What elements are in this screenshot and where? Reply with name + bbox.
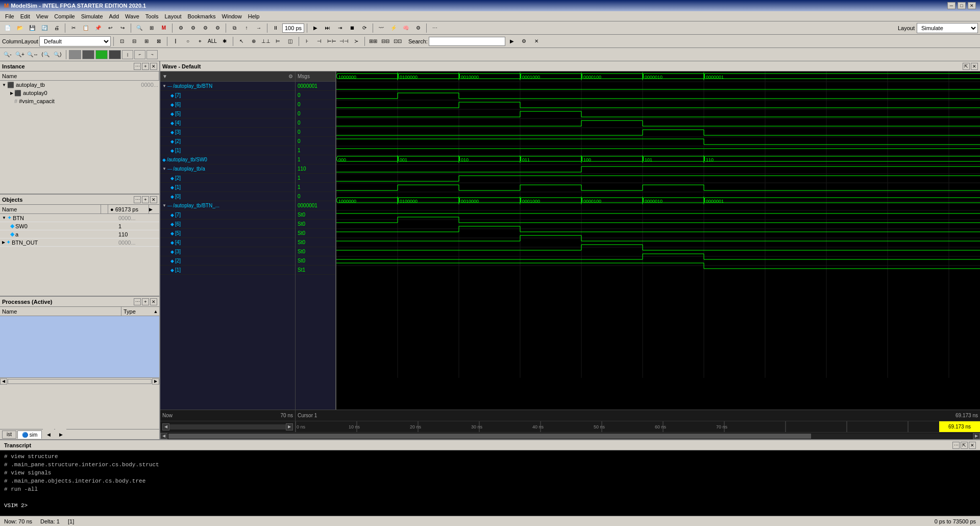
stop-btn[interactable]: ⏹: [347, 22, 358, 34]
menu-bookmarks[interactable]: Bookmarks: [185, 12, 219, 20]
signal-row-out-7[interactable]: ◆ [7]: [160, 210, 295, 220]
menu-view[interactable]: View: [33, 12, 52, 20]
select-btn[interactable]: ↖: [236, 36, 247, 47]
menu-layout[interactable]: Layout: [162, 12, 185, 20]
instance-item-autoplay0[interactable]: ▶ ⬛ autoplay0: [0, 89, 159, 97]
paste-btn[interactable]: 📌: [92, 22, 104, 34]
zoom-next-btn[interactable]: 🔍⟩: [52, 49, 63, 60]
transcript-dotdot-btn[interactable]: ⋯: [952, 442, 960, 449]
menu-edit[interactable]: Edit: [17, 12, 33, 20]
instance-item-vsim[interactable]: ▶ # #vsim_capacit: [0, 97, 159, 105]
transcript-content[interactable]: # view structure # .main_pane.structure.…: [0, 450, 980, 516]
copy-btn[interactable]: 📋: [80, 22, 91, 34]
cursor-mode-btn[interactable]: I: [170, 36, 181, 47]
processes-close-btn[interactable]: ✕: [150, 298, 157, 305]
proc-scroll-right[interactable]: ▶: [152, 378, 159, 385]
fwd-btn[interactable]: →: [253, 22, 264, 34]
close-button[interactable]: ✕: [968, 2, 976, 9]
titlebar-controls[interactable]: ─ □ ✕: [947, 2, 976, 9]
processes-dotdot-btn[interactable]: ⋯: [134, 298, 141, 305]
edge-btn1[interactable]: ⊦: [302, 36, 313, 47]
sim4-btn[interactable]: ⚙: [212, 22, 223, 34]
instance-dotdot-btn[interactable]: ⋯: [134, 63, 141, 70]
instance-add-btn[interactable]: +: [142, 63, 149, 70]
zoom-in-btn[interactable]: 🔍+: [14, 49, 26, 60]
edge-btn5[interactable]: ≻: [351, 36, 362, 47]
objects-dotdot-btn[interactable]: ⋯: [134, 196, 141, 203]
processes-hscroll[interactable]: ◀ ▶: [0, 377, 159, 385]
copy2-btn[interactable]: ⧉: [229, 22, 240, 34]
signal-row-btn-1[interactable]: ◆ [1]: [160, 146, 295, 155]
view-btn2[interactable]: ⊟: [129, 36, 140, 47]
menu-window[interactable]: Window: [219, 12, 245, 20]
run-btn[interactable]: ▶: [310, 22, 321, 34]
wave-hscroll[interactable]: ◀ ▶: [160, 432, 980, 439]
obj-row-btn-out[interactable]: ▶ ✦ BTN_OUT 0000...: [0, 238, 159, 247]
save-btn[interactable]: 💾: [27, 22, 38, 34]
wave-scroll-right[interactable]: ▶: [286, 423, 293, 431]
signal-row-a-2[interactable]: ◆ [2]: [160, 174, 295, 183]
sim2-btn[interactable]: ⚙: [187, 22, 199, 34]
left-scroll-right[interactable]: ▶: [55, 429, 66, 440]
menu-wave[interactable]: Wave: [122, 12, 142, 20]
wave-draw-btn5[interactable]: |: [122, 50, 133, 59]
instance-close-btn[interactable]: ✕: [150, 63, 157, 70]
column-layout-dropdown[interactable]: Default: [39, 36, 111, 46]
search-input[interactable]: [429, 37, 505, 46]
proc-btn[interactable]: ⚙: [412, 22, 424, 34]
zoom-btn[interactable]: ○: [182, 36, 193, 47]
all-btn[interactable]: ALL: [207, 36, 218, 47]
maximize-button[interactable]: □: [958, 2, 966, 9]
snap-btn3[interactable]: ⊡⊡: [392, 36, 403, 47]
menu-help[interactable]: Help: [245, 12, 263, 20]
sep-wave-btn[interactable]: ⊥⊥: [260, 36, 272, 47]
restart-btn[interactable]: ⟳: [359, 22, 370, 34]
signal-row-btn-3[interactable]: ◆ [3]: [160, 128, 295, 137]
m-btn[interactable]: M: [158, 22, 169, 34]
find-btn[interactable]: 🔍: [134, 22, 145, 34]
signal-row-sw0[interactable]: ◆ /autoplay_tb/SW0: [160, 155, 295, 164]
open-btn[interactable]: 📂: [14, 22, 26, 34]
signal-row-out-1[interactable]: ◆ [1]: [160, 266, 295, 275]
menu-file[interactable]: File: [2, 12, 17, 20]
view-btn1[interactable]: ⊡: [116, 36, 128, 47]
menu-add[interactable]: Add: [106, 12, 122, 20]
signal-row-btn-6[interactable]: ◆ [6]: [160, 100, 295, 109]
undo-btn[interactable]: ↩: [105, 22, 116, 34]
run-all-btn[interactable]: ⏭: [322, 22, 333, 34]
obj-row-btn[interactable]: ▼ ✦ BTN 0000...: [0, 214, 159, 222]
signal-row-btn-5[interactable]: ◆ [5]: [160, 109, 295, 118]
signal-row-btn-4[interactable]: ◆ [4]: [160, 118, 295, 128]
objects-add-btn[interactable]: +: [142, 196, 149, 203]
zoom-prev-btn[interactable]: ⟨🔍: [40, 49, 51, 60]
wave-close-btn[interactable]: ✕: [971, 63, 978, 70]
obj-row-sw0[interactable]: ◆ SW0 1: [0, 222, 159, 230]
break-btn[interactable]: ⏸: [270, 22, 281, 34]
tab-sim[interactable]: 🔵 sim: [17, 431, 42, 439]
wave-btn2[interactable]: ◫: [285, 36, 296, 47]
new-btn[interactable]: 📄: [2, 22, 13, 34]
edge-btn2[interactable]: ⊣: [314, 36, 325, 47]
view-btn4[interactable]: ⊠: [153, 36, 164, 47]
refresh-btn[interactable]: 🔄: [39, 22, 50, 34]
wave-draw-btn4[interactable]: [109, 50, 121, 59]
wave-hscroll-left[interactable]: ◀: [160, 433, 167, 439]
sim1-btn[interactable]: ⚙: [175, 22, 186, 34]
menu-simulate[interactable]: Simulate: [78, 12, 106, 20]
signal-row-btn-7[interactable]: ◆ [7]: [160, 91, 295, 100]
wave-display-area[interactable]: 1000000 0100000 0010000 0001000 0000100: [336, 71, 980, 410]
tab-ist[interactable]: ist: [2, 431, 16, 439]
sim3-btn[interactable]: ⚙: [200, 22, 211, 34]
signal-row-btn-2a[interactable]: ◆ [2]: [160, 137, 295, 146]
wave-zoom-btn[interactable]: ⌖: [194, 36, 206, 47]
menu-compile[interactable]: Compile: [51, 12, 78, 20]
wave-draw-btn7[interactable]: ¬: [146, 50, 158, 59]
signal-row-btnout-main[interactable]: ▼ — /autoplay_tb/BTN_...: [160, 201, 295, 210]
wave-expand-btn[interactable]: ⇱: [963, 63, 970, 70]
signal-row-a-main[interactable]: ▼ — /autoplay_tb/a: [160, 164, 295, 174]
obj-row-a[interactable]: ◆ a 110: [0, 230, 159, 238]
menu-tools[interactable]: Tools: [142, 12, 162, 20]
signal-row-out-3[interactable]: ◆ [3]: [160, 247, 295, 256]
up-btn[interactable]: ↑: [241, 22, 252, 34]
grid-btn[interactable]: ⊞: [146, 22, 157, 34]
